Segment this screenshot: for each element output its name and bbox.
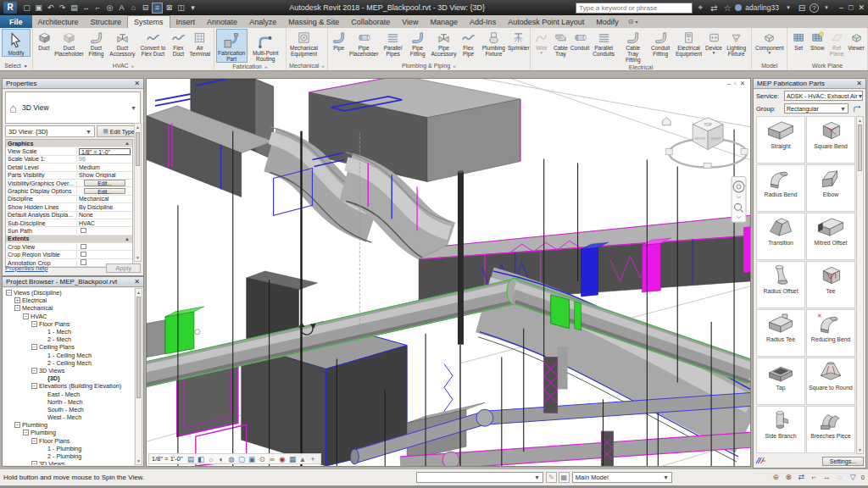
measure-icon[interactable]: ↔ (81, 3, 92, 14)
search-icon[interactable]: ⌖ (694, 3, 706, 13)
crop-region-icon[interactable]: ▣ (248, 455, 257, 463)
duct-fitting-button[interactable]: Duct Fitting (85, 29, 108, 58)
panel-label-model[interactable]: Model (752, 61, 787, 70)
plumbing-fixture-button[interactable]: Plumbing Fixture (478, 29, 509, 58)
type-selector[interactable]: ⌂ 3D View ▼ (5, 92, 141, 124)
close-hidden-windows-icon[interactable]: ⊠ (164, 3, 175, 14)
tab-file[interactable]: File (0, 15, 32, 28)
part-capabilities-icon[interactable] (755, 456, 766, 467)
multi-point-routing-button[interactable]: Multi-Point Routing (248, 29, 284, 63)
tree-item-hvac[interactable]: −HVAC (3, 313, 134, 320)
tree-item-plumbing[interactable]: −Plumbing (3, 429, 134, 436)
reveal-hidden-icon[interactable]: ◉ (278, 455, 287, 463)
flex-duct-button[interactable]: Flex Duct (169, 29, 188, 58)
flex-pipe-button[interactable]: Flex Pipe (459, 29, 478, 58)
part-side-branch[interactable]: Side Branch (756, 406, 805, 453)
viewport-close-icon[interactable]: ✕ (740, 80, 745, 87)
print-icon[interactable]: ▤ (69, 3, 80, 14)
lock-view-icon[interactable]: ⊙ (258, 455, 267, 463)
fabrication-part-button[interactable]: Fabrication Part (216, 29, 248, 63)
tree-item-north-mech[interactable]: North - Mech (3, 398, 134, 406)
tab-add-ins[interactable]: Add-Ins (464, 15, 502, 28)
electrical-equipment-button[interactable]: Electrical Equipment (673, 29, 704, 58)
analytical-model-icon[interactable]: ▲ (298, 455, 308, 463)
section-graphics[interactable]: Graphics▲ (6, 140, 132, 147)
open-icon[interactable]: ▢ (21, 3, 32, 14)
part-square-bend[interactable]: Square Bend (806, 116, 855, 164)
sun-path-icon[interactable]: ☼ (207, 455, 216, 463)
maximize-button[interactable]: □ (849, 3, 853, 12)
revit-logo-icon[interactable]: R (3, 2, 17, 14)
tree-expander-icon[interactable]: − (23, 313, 29, 319)
section-icon[interactable]: ⊟ (140, 3, 151, 14)
duct-placeholder-button[interactable]: Duct Placeholder (53, 29, 85, 58)
manage-links-icon[interactable]: ⇄ (796, 472, 807, 483)
ribbon-display-toggle[interactable]: ⊙ ▾ (625, 15, 642, 28)
visibility-graphics-over-edit-button[interactable]: Edit... (84, 180, 125, 186)
tree-item-ceiling-plans[interactable]: −Ceiling Plans (3, 343, 134, 351)
tab-structure[interactable]: Structure (85, 15, 128, 28)
part-tap[interactable]: Tap (756, 358, 805, 405)
tree-expander-icon[interactable]: + (14, 297, 20, 303)
view-selector[interactable]: 3D View: {3D}▼ (5, 125, 95, 137)
pipe-button[interactable]: Pipe (330, 29, 348, 52)
editing-requests-icon[interactable]: ⊗ (783, 472, 794, 483)
group-select[interactable]: Rectangular▼ (784, 103, 849, 114)
tree-item-3d-views[interactable]: −3D Views (3, 460, 134, 465)
active-workset-select[interactable]: Main Model▼ (572, 472, 672, 483)
tree-expander-icon[interactable]: − (14, 305, 20, 311)
service-select[interactable]: ADSK - HVAC: Exhaust Air▼ (784, 91, 863, 101)
convert-to-flex-duct-button[interactable]: Convert to Flex Duct (137, 29, 169, 58)
panel-label-select[interactable]: Select▼ (0, 61, 32, 70)
air-terminal-button[interactable]: Air Terminal (188, 29, 212, 58)
tree-expander-icon[interactable]: − (31, 321, 37, 327)
apply-button[interactable]: Apply (106, 263, 141, 273)
mechanical-equipment-button[interactable]: Mechanical Equipment (288, 29, 320, 58)
tree-expander-icon[interactable]: − (31, 438, 37, 444)
lighting-fixture-button[interactable]: Lighting Fixture (723, 29, 749, 58)
tab-architecture[interactable]: Architecture (32, 15, 85, 28)
tag-icon[interactable]: ◎ (104, 3, 115, 14)
tree-item-mechanical[interactable]: −Mechanical (3, 304, 134, 312)
visual-style-icon[interactable]: ◧ (197, 455, 206, 463)
tree-expander-icon[interactable]: − (31, 368, 37, 374)
tree-item-floor-plans[interactable]: −Floor Plans (3, 437, 134, 445)
section-extents[interactable]: Extents▲ (6, 236, 132, 243)
pipe-fitting-button[interactable]: Pipe Fitting (406, 29, 429, 58)
detail-level-icon[interactable]: ▤ (186, 455, 196, 463)
undo-icon[interactable]: ↶ (45, 3, 56, 14)
part-radius-tee[interactable]: Radius Tee (756, 309, 805, 357)
ref-plane-button[interactable]: Ref Plane (826, 29, 847, 58)
tree-item-2-ceiling-mech[interactable]: 2 - Ceiling Mech (3, 359, 134, 367)
type-selector-caret-icon[interactable]: ▼ (131, 105, 136, 111)
tree-item-3d-views[interactable]: −3D Views (3, 367, 134, 374)
tab-view[interactable]: View (396, 15, 424, 28)
account-caret-icon[interactable]: ▾ (782, 4, 794, 11)
part-tee[interactable]: Tee (806, 261, 855, 308)
tab-massing-site[interactable]: Massing & Site (282, 15, 345, 28)
part-transition[interactable]: Transition (756, 213, 805, 260)
switch-windows-icon[interactable]: ◫ (175, 3, 186, 14)
tab-manage[interactable]: Manage (425, 15, 465, 28)
tree-item-3d[interactable]: {3D} (3, 374, 134, 382)
highlight-displacement-icon[interactable]: + (309, 455, 318, 463)
tree-expander-icon[interactable]: − (23, 430, 29, 435)
project-browser-close-icon[interactable]: ✕ (134, 278, 140, 286)
tree-item-south-mech[interactable]: South - Mech (3, 406, 134, 413)
tab-systems[interactable]: Systems (127, 15, 170, 28)
tab-insert[interactable]: Insert (170, 15, 202, 28)
part-radius-offset[interactable]: Radius Offset (756, 261, 805, 308)
crop-view-checkbox[interactable] (81, 244, 86, 250)
search-input[interactable] (576, 3, 693, 14)
design-options-select[interactable]: ▼ (416, 472, 543, 483)
multi-point-routing-icon[interactable] (851, 103, 863, 114)
redo-icon[interactable]: ↷ (57, 3, 68, 14)
tree-item-1-ceiling-mech[interactable]: 1 - Ceiling Mech (3, 352, 134, 359)
save-icon[interactable]: ▣ (33, 3, 44, 14)
pipe-placeholder-button[interactable]: Pipe Placeholder (348, 29, 380, 58)
conduit-fitting-button[interactable]: Conduit Fitting (648, 29, 673, 58)
tree-expander-icon[interactable]: − (14, 422, 20, 428)
duct-button[interactable]: Duct (35, 29, 53, 52)
view-scale-button[interactable]: 1/8" = 1'-0" (152, 455, 183, 463)
viewport-minimize-icon[interactable]: – (727, 80, 731, 87)
